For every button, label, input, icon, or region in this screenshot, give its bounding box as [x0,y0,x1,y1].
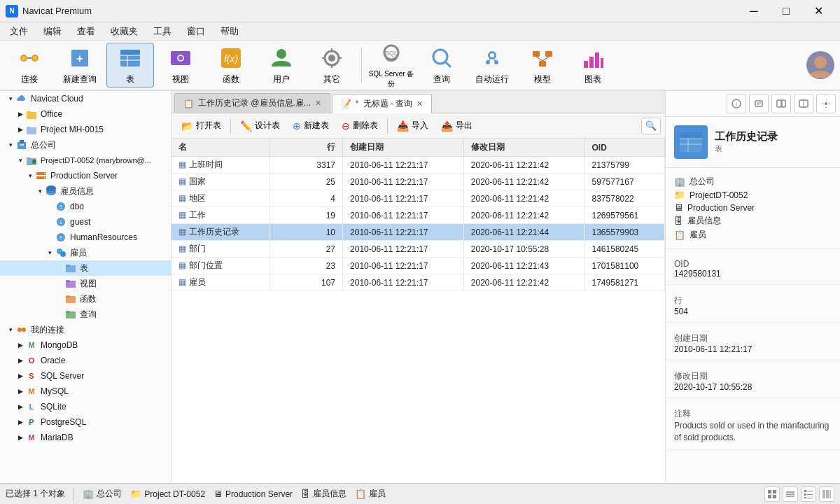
sidebar-item-project-mh[interactable]: ▶ Project MH-0015 [0,122,171,137]
minimize-button[interactable]: ─ [738,0,770,22]
sidebar-item-view-folder[interactable]: ▶ 视图 [0,276,171,291]
office-arrow[interactable]: ▶ [15,111,25,118]
sidebar-item-project-dt[interactable]: ▾ ProjectDT-0052 (marybrown@... [0,153,171,168]
auto-run-button[interactable]: 自动运行 [468,43,516,88]
project-mh-arrow[interactable]: ▶ [15,126,25,133]
navicat-cloud-arrow[interactable]: ▾ [6,95,15,102]
sidebar-item-navicat-cloud[interactable]: ▾ Navicat Cloud [0,91,171,106]
menu-item-编辑[interactable]: 编辑 [36,23,69,40]
status-column-icon[interactable] [819,486,834,502]
sidebar-item-query-folder[interactable]: ▶ 查询 [0,307,171,322]
mysql-arrow[interactable]: ▶ [15,388,25,395]
sidebar-item-func-folder[interactable]: ▶ 函数 [0,291,171,307]
menu-item-文件[interactable]: 文件 [3,23,35,40]
prod-server-arrow[interactable]: ▾ [25,172,35,179]
menu-item-窗口[interactable]: 窗口 [180,23,212,40]
tab-work-history[interactable]: 📋 工作历史记录 @雇员信息.雇... ✕ [174,93,330,113]
rp-settings-button[interactable] [816,94,836,113]
menu-item-查看[interactable]: 查看 [70,23,102,40]
new-query-button[interactable]: + 新建查询 [56,43,104,88]
status-tag-project[interactable]: 📁 Project DT-0052 [130,489,205,499]
query-button[interactable]: 查询 [418,43,465,88]
sidebar-item-oracle[interactable]: ▶ O Oracle [0,353,171,368]
table-row[interactable]: ▦雇员1072010-06-11 12:21:172020-06-11 12:2… [172,274,665,291]
sidebar-item-my-connections[interactable]: ▾ 我的连接 [0,322,171,337]
sidebar-item-mariadb[interactable]: ▶ M MariaDB [0,430,171,445]
emp-group-arrow[interactable]: ▾ [45,249,55,256]
company-arrow[interactable]: ▾ [6,141,15,148]
status-list-icon[interactable] [783,486,798,502]
import-button[interactable]: 📥 导入 [391,118,434,134]
user-button[interactable]: 用户 [258,43,305,88]
status-detail-icon[interactable] [801,486,816,502]
tab-untitled-query[interactable]: 📝 * 无标题 - 查询 ✕ [332,94,432,113]
oracle-arrow[interactable]: ▶ [15,357,25,364]
rp-rows-value: 504 [674,307,832,316]
table-cell-modified: 2020-06-11 12:21:42 [463,190,584,207]
mariadb-arrow[interactable]: ▶ [15,434,25,441]
table-row[interactable]: ▦地区42010-06-11 12:21:172020-06-11 12:21:… [172,190,665,207]
view-button[interactable]: 视图 [157,43,204,88]
sidebar-item-dbo[interactable]: ▶ S dbo [0,199,171,214]
sidebar-item-hr[interactable]: ▶ S HumanResources [0,230,171,245]
sidebar-item-mongodb[interactable]: ▶ M MongoDB [0,337,171,353]
emp-info-arrow[interactable]: ▾ [35,188,45,195]
rp-preview2-button[interactable] [794,94,813,113]
table-row[interactable]: ▦部门272010-06-11 12:21:172020-10-17 10:55… [172,241,665,258]
postgresql-arrow[interactable]: ▶ [15,419,25,426]
rp-ddl-button[interactable] [749,94,769,113]
close-button[interactable]: ✕ [802,0,834,22]
delete-table-button[interactable]: ⊖ 删除表 [336,118,384,134]
svg-point-76 [18,328,22,332]
my-connections-arrow[interactable]: ▾ [6,326,15,333]
sidebar-item-production-server[interactable]: ▾ Production Server [0,168,171,183]
sidebar-item-table-folder[interactable]: ▶ 表 [0,260,171,276]
export-button[interactable]: 📤 导出 [435,118,478,134]
open-table-button[interactable]: 📂 打开表 [176,118,227,134]
new-table-button[interactable]: ⊕ 新建表 [287,118,335,134]
rp-info-button[interactable]: i [727,94,746,113]
rp-preview1-button[interactable] [771,94,791,113]
table-row[interactable]: ▦上班时间33172010-06-11 12:21:172020-06-11 1… [172,157,665,174]
table-row[interactable]: ▦工作历史记录102010-06-11 12:21:172020-06-11 1… [172,224,665,241]
model-button[interactable]: 模型 [519,43,566,88]
table-search-box[interactable]: 🔍 [641,118,661,134]
tab-untitled-query-close[interactable]: ✕ [416,99,423,108]
other-button[interactable]: 其它 [308,43,356,88]
function-button[interactable]: f(x) 函数 [207,43,255,88]
status-tag-employee[interactable]: 📋 雇员 [355,488,386,500]
sqlite-arrow[interactable]: ▶ [15,403,25,410]
chart-button[interactable]: 图表 [569,43,617,88]
tab-work-history-close[interactable]: ✕ [315,99,321,108]
status-tag-company[interactable]: 🏢 总公司 [83,488,122,500]
table-cell-rows: 25 [270,174,342,190]
menu-item-帮助[interactable]: 帮助 [214,23,246,40]
table-row[interactable]: ▦国家252010-06-11 12:21:172020-06-11 12:21… [172,174,665,190]
design-table-button[interactable]: ✏️ 设计表 [234,118,286,134]
sidebar-item-sqlite[interactable]: ▶ L SQLite [0,399,171,414]
maximize-button[interactable]: □ [770,0,802,22]
status-grid-icon[interactable] [764,486,780,502]
menu-item-工具[interactable]: 工具 [146,23,178,40]
status-tag-server[interactable]: 🖥 Production Server [214,489,293,499]
sidebar-item-company[interactable]: ▾ 总公司 [0,137,171,153]
sidebar-item-mysql[interactable]: ▶ M MySQL [0,384,171,399]
sqlserver-backup-button[interactable]: SQL SQL Server 备份 [368,43,415,88]
menu-item-收藏夹[interactable]: 收藏夹 [104,23,145,40]
sidebar-item-employee-info[interactable]: ▾ 雇员信息 [0,183,171,199]
sidebar-item-sqlserver[interactable]: ▶ S SQL Server [0,368,171,384]
sidebar-item-employee-group[interactable]: ▾ 雇员 [0,245,171,260]
sqlserver-arrow[interactable]: ▶ [15,372,25,379]
table-button[interactable]: 表 [106,43,154,88]
project-dt-arrow[interactable]: ▾ [15,157,25,164]
table-row[interactable]: ▦部门位置232010-06-11 12:21:172020-06-11 12:… [172,258,665,274]
table-cell-oid: 597577167 [584,174,664,190]
connect-button[interactable]: 连接 [6,43,53,88]
user-avatar[interactable] [806,51,834,79]
sidebar-item-guest[interactable]: ▶ S guest [0,214,171,230]
mongodb-arrow[interactable]: ▶ [15,342,25,349]
sidebar-item-postgresql[interactable]: ▶ P PostgreSQL [0,414,171,430]
table-row[interactable]: ▦工作192010-06-11 12:21:172020-06-11 12:21… [172,207,665,224]
sidebar-item-office[interactable]: ▶ Office [0,106,171,122]
status-tag-database[interactable]: 🗄 雇员信息 [301,488,346,500]
